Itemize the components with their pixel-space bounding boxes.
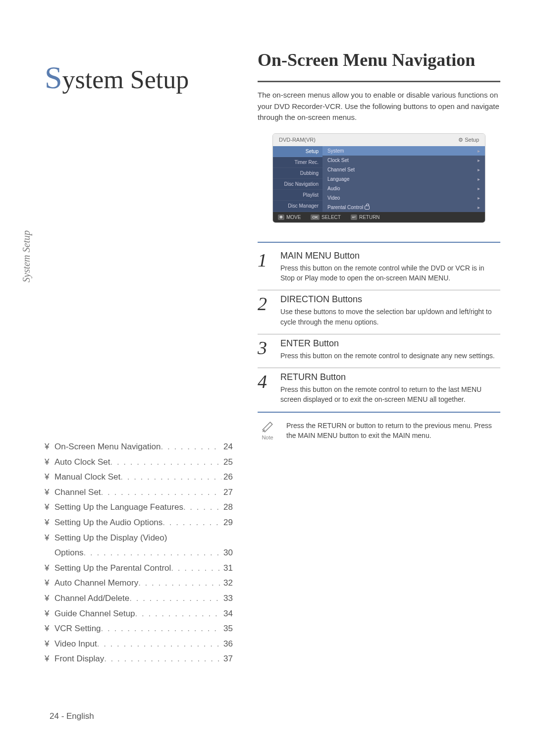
chapter-title: System Setup (45, 59, 233, 96)
onscreen-menu-illustration: DVD-RAM(VR) ⚙ Setup SetupTimer Rec.Dubbi… (272, 133, 485, 223)
step-title: MAIN MENU Button (280, 251, 500, 261)
chevron-right-icon: ▸ (478, 167, 480, 172)
chevron-right-icon: ▸ (478, 176, 480, 182)
step: 4RETURN ButtonPress this button on the r… (258, 368, 500, 413)
toc-item: ¥VCR Setting35 (45, 621, 233, 637)
menu-main-item: System▸ (322, 146, 485, 156)
section-title: On-Screen Menu Navigation (258, 50, 500, 71)
menu-footer-hints: ✥MOVE OKSELECT ↩RETURN (273, 212, 485, 222)
step-title: ENTER Button (280, 338, 500, 349)
toc-item: ¥Setting Up the Parental Control31 (45, 561, 233, 576)
toc-item: ¥Auto Clock Set25 (45, 455, 233, 470)
step-number: 4 (258, 372, 272, 405)
step-title: DIRECTION Buttons (280, 294, 500, 305)
menu-side-item: Playlist (273, 190, 322, 201)
note-label: Note (262, 434, 273, 440)
note-block: Note Press the RETURN or button to retur… (258, 421, 500, 441)
step-number: 3 (258, 338, 272, 361)
toc-item: ¥Video Input36 (45, 637, 233, 652)
chevron-right-icon: ▸ (478, 148, 480, 154)
step-description: Press this button on the remote control … (280, 351, 500, 361)
menu-side-item: Timer Rec. (273, 157, 322, 168)
step: 2DIRECTION ButtonsUse these buttons to m… (258, 290, 500, 334)
menu-main-item: Channel Set▸ (322, 165, 485, 174)
toc-item-continuation: Options30 (45, 545, 233, 561)
section-rule (258, 81, 500, 82)
steps-list: 1MAIN MENU ButtonPress this button on th… (258, 247, 500, 413)
chevron-right-icon: ▸ (478, 195, 480, 201)
toc-item: ¥Auto Channel Memory32 (45, 576, 233, 591)
step-number: 2 (258, 294, 272, 327)
table-of-contents: ¥On-Screen Menu Navigation24¥Auto Clock … (45, 439, 233, 667)
note-text: Press the RETURN or button to return to … (286, 421, 500, 441)
chapter-title-first-letter: S (45, 60, 62, 95)
intro-paragraph: The on-screen menus allow you to enable … (258, 90, 500, 123)
menu-side-item: Setup (273, 146, 322, 157)
right-column: On-Screen Menu Navigation The on-screen … (258, 35, 500, 726)
chevron-right-icon: ▸ (478, 186, 480, 191)
chevron-right-icon: ▸ (478, 205, 480, 210)
select-key-icon: OK (311, 215, 320, 220)
step-title: RETURN Button (280, 372, 500, 382)
chapter-title-rest: ystem Setup (62, 65, 189, 94)
lock-icon (365, 206, 370, 210)
toc-item: ¥Setting Up the Language Features28 (45, 500, 233, 515)
menu-main-item: Audio▸ (322, 184, 485, 193)
menu-main-list: System▸Clock Set▸Channel Set▸Language▸Au… (322, 146, 485, 212)
menu-side-list: SetupTimer Rec.DubbingDisc NavigationPla… (273, 146, 322, 212)
menu-side-item: Disc Manager (273, 201, 322, 212)
toc-item: ¥Guide Channel Setup34 (45, 606, 233, 622)
menu-main-item: Language▸ (322, 174, 485, 184)
toc-item: ¥Channel Add/Delete33 (45, 591, 233, 606)
menu-main-item: Clock Set▸ (322, 156, 485, 165)
steps-top-rule (258, 242, 500, 243)
menu-side-item: Disc Navigation (273, 179, 322, 190)
note-pencil-icon (261, 421, 274, 433)
step: 1MAIN MENU ButtonPress this button on th… (258, 247, 500, 291)
menu-top-left: DVD-RAM(VR) (279, 137, 316, 143)
menu-top-right: ⚙ Setup (458, 137, 479, 143)
toc-item: ¥Setting Up the Display (Video) (45, 531, 233, 546)
chevron-right-icon: ▸ (478, 158, 480, 163)
move-key-icon: ✥ (278, 215, 284, 220)
return-key-icon: ↩ (351, 215, 357, 220)
menu-main-item: Parental Control ▸ (322, 203, 485, 212)
step: 3ENTER ButtonPress this button on the re… (258, 334, 500, 368)
menu-side-item: Dubbing (273, 168, 322, 179)
page-footer: 24 - English (50, 711, 94, 721)
step-description: Use these buttons to move the selection … (280, 307, 500, 327)
side-section-label: System Setup (21, 230, 32, 282)
step-description: Press this button on the remote control … (280, 384, 500, 405)
left-column: System Setup ¥On-Screen Menu Navigation2… (45, 35, 233, 726)
step-description: Press this button on the remote control … (280, 263, 500, 283)
step-number: 1 (258, 251, 272, 283)
menu-main-item: Video▸ (322, 193, 485, 203)
toc-item: ¥Setting Up the Audio Options29 (45, 515, 233, 531)
toc-item: ¥On-Screen Menu Navigation24 (45, 439, 233, 455)
toc-item: ¥Front Display37 (45, 651, 233, 667)
toc-item: ¥Manual Clock Set26 (45, 470, 233, 485)
toc-item: ¥Channel Set27 (45, 485, 233, 500)
